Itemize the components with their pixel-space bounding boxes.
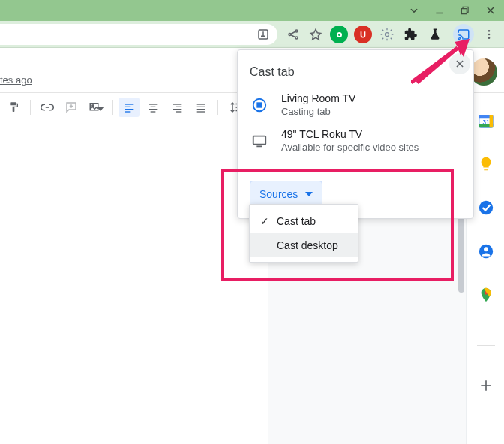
document-canvas[interactable] (0, 122, 268, 444)
contacts-app-icon[interactable] (478, 243, 494, 260)
share-icon[interactable] (285, 26, 302, 43)
svg-point-17 (488, 34, 490, 36)
maps-app-icon[interactable] (478, 286, 494, 303)
window-maximize-icon[interactable] (458, 3, 472, 18)
add-comment-icon[interactable] (61, 98, 82, 117)
window-close-icon[interactable] (483, 3, 498, 18)
cast-device-name: Living Room TV (281, 92, 356, 104)
ext-gear-icon[interactable] (378, 26, 396, 44)
cast-popup-close-button[interactable] (449, 53, 470, 74)
cast-sources-menu: Cast tab Cast desktop (249, 204, 358, 262)
svg-point-16 (488, 30, 490, 32)
cast-active-icon (250, 95, 269, 115)
cast-device-name: 49" TCL Roku TV (281, 128, 418, 140)
align-left-icon[interactable] (118, 98, 140, 117)
browser-menu-icon[interactable] (482, 24, 496, 45)
keep-app-icon[interactable] (478, 156, 494, 172)
svg-point-14 (386, 33, 389, 37)
svg-point-18 (488, 37, 490, 39)
ext-red-icon[interactable] (354, 26, 372, 44)
svg-point-54 (478, 201, 492, 214)
extensions-puzzle-icon[interactable] (402, 26, 420, 44)
cast-device-status: Available for specific video sites (281, 142, 418, 153)
ext-flask-icon[interactable] (426, 26, 444, 44)
tv-icon (250, 131, 269, 151)
avatar[interactable] (470, 58, 497, 86)
cast-device-row[interactable]: Living Room TV Casting tab (250, 92, 463, 124)
ext-green-icon[interactable] (330, 26, 348, 44)
align-justify-icon[interactable] (190, 98, 212, 117)
cast-source-option[interactable]: Cast desktop (250, 233, 358, 257)
svg-rect-64 (254, 136, 266, 145)
svg-point-9 (296, 30, 298, 32)
align-right-icon[interactable] (166, 98, 188, 117)
insert-link-icon[interactable] (37, 98, 58, 117)
side-panel-divider (477, 345, 495, 346)
cast-toolbar-button[interactable] (453, 24, 474, 45)
cast-source-option[interactable]: Cast tab (250, 209, 358, 233)
insert-image-icon[interactable] (85, 98, 106, 117)
align-center-icon[interactable] (142, 98, 164, 117)
svg-rect-2 (461, 9, 466, 14)
svg-marker-13 (310, 29, 321, 40)
tasks-app-icon[interactable] (478, 200, 494, 216)
svg-point-10 (296, 37, 298, 39)
cast-device-row[interactable]: 49" TCL Roku TV Available for specific v… (250, 128, 463, 160)
calendar-app-icon[interactable]: 31 (478, 112, 494, 129)
svg-point-8 (289, 34, 291, 36)
format-paint-icon[interactable] (3, 98, 24, 117)
extension-bar (330, 24, 444, 45)
dropdown-triangle-icon (305, 192, 313, 196)
svg-marker-23 (97, 106, 104, 111)
cast-source-label: Cast tab (277, 215, 316, 227)
svg-rect-51 (489, 116, 493, 128)
svg-point-56 (484, 247, 488, 251)
cast-sources-label: Sources (260, 188, 298, 200)
install-icon[interactable] (255, 26, 272, 43)
svg-text:31: 31 (482, 119, 490, 126)
cast-popup-title: Cast tab (250, 65, 295, 79)
add-addon-button[interactable] (478, 377, 494, 394)
last-edit-text[interactable]: tes ago (0, 74, 32, 86)
svg-line-12 (291, 35, 296, 38)
window-titlebar (0, 0, 504, 21)
window-dropdown-icon[interactable] (406, 3, 422, 18)
cast-source-label: Cast desktop (277, 239, 338, 251)
svg-point-15 (458, 39, 460, 40)
browser-toolbar (0, 21, 504, 48)
cast-device-status: Casting tab (281, 106, 356, 117)
cast-popup: Cast tab Living Room TV Casting tab 49" … (237, 50, 474, 219)
window-minimize-icon[interactable] (432, 3, 447, 18)
omnibox[interactable] (0, 24, 278, 45)
star-bookmark-icon[interactable] (308, 26, 324, 43)
svg-line-11 (291, 32, 296, 34)
svg-rect-63 (257, 103, 262, 107)
